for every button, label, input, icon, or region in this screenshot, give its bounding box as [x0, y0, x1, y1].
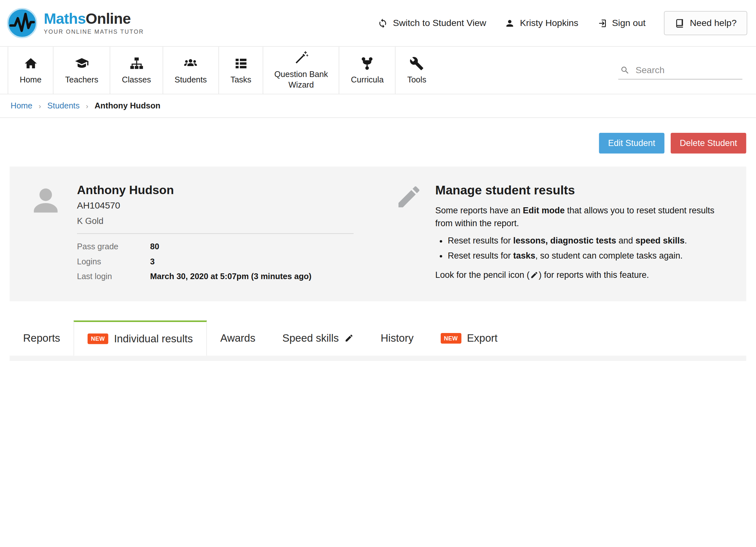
user-icon: [505, 18, 515, 28]
manage-bullets: Reset results for lessons, diagnostic te…: [448, 235, 728, 262]
magic-wand-icon: [294, 51, 308, 65]
nav-label: Curricula: [351, 75, 384, 84]
nav-label: Teachers: [65, 75, 98, 84]
nav-label: Classes: [122, 75, 151, 84]
tab-label: History: [381, 332, 414, 344]
current-user-menu[interactable]: Kristy Hopkins: [505, 18, 578, 29]
sign-out-button[interactable]: Sign out: [597, 18, 646, 29]
need-help-label: Need help?: [690, 18, 737, 29]
need-help-button[interactable]: Need help?: [664, 11, 747, 35]
text: .: [684, 236, 687, 245]
nav-item-tools[interactable]: Tools: [395, 47, 438, 94]
new-badge: NEW: [440, 333, 461, 343]
bold-text: tasks: [513, 251, 535, 261]
logo-tagline: YOUR ONLINE MATHS TUTOR: [44, 28, 144, 35]
curricula-icon: [360, 56, 375, 71]
delete-student-button[interactable]: Delete Student: [671, 133, 746, 154]
manage-footer: Look for the pencil icon () for reports …: [435, 269, 728, 282]
tasks-icon: [234, 56, 248, 71]
student-summary: Anthony Hudson AH104570 K Gold Pass grad…: [28, 183, 392, 287]
tab-history[interactable]: History: [367, 321, 427, 356]
nav-label: Tools: [407, 75, 427, 84]
tab-label: Individual results: [114, 333, 193, 345]
home-icon: [23, 56, 38, 71]
switch-student-view-button[interactable]: Switch to Student View: [378, 18, 486, 29]
mathsonline-logo[interactable]: MathsOnline YOUR ONLINE MATHS TUTOR: [7, 8, 144, 38]
bullet-item: Reset results for tasks, so student can …: [448, 249, 728, 262]
nav-item-question-bank-wizard[interactable]: Question Bank Wizard: [263, 47, 339, 94]
pencil-icon: [344, 334, 354, 343]
nav-label: Home: [20, 75, 42, 84]
manage-results-text: Manage student results Some reports have…: [435, 183, 728, 287]
bullet-item: Reset results for lessons, diagnostic te…: [448, 235, 728, 248]
book-icon: [675, 18, 685, 28]
stat-last-login: Last login March 30, 2020 at 5:07pm (3 m…: [77, 272, 354, 282]
manage-intro: Some reports have an Edit mode that allo…: [435, 204, 728, 230]
text: Reset results for: [448, 251, 513, 261]
breadcrumb-home[interactable]: Home: [11, 101, 32, 111]
new-badge: NEW: [88, 334, 108, 344]
nav-item-tasks[interactable]: Tasks: [218, 47, 263, 94]
text: Look for the pencil icon (: [435, 269, 530, 282]
text: Reset results for: [448, 236, 513, 245]
breadcrumb: Home › Students › Anthony Hudson: [0, 94, 756, 118]
graduation-cap-icon: [74, 56, 89, 71]
switch-view-label: Switch to Student View: [393, 18, 486, 29]
tab-reports[interactable]: Reports: [10, 321, 74, 356]
user-name: Kristy Hopkins: [520, 18, 578, 29]
text: , so student can complete tasks again.: [535, 251, 683, 261]
bold-text: lessons, diagnostic tests: [513, 236, 616, 245]
breadcrumb-current: Anthony Hudson: [95, 101, 160, 111]
student-info: Anthony Hudson AH104570 K Gold Pass grad…: [77, 183, 354, 287]
refresh-icon: [378, 18, 388, 28]
pencil-icon: [395, 183, 423, 287]
chevron-right-icon: ›: [86, 102, 89, 110]
top-header: MathsOnline YOUR ONLINE MATHS TUTOR Swit…: [0, 0, 756, 47]
nav-label: Question Bank Wizard: [267, 69, 335, 90]
text: Some reports have an: [435, 206, 523, 215]
logo-online: Online: [86, 10, 131, 27]
stat-value: March 30, 2020 at 5:07pm (3 minutes ago): [150, 272, 311, 282]
chevron-right-icon: ›: [39, 102, 41, 110]
tab-export[interactable]: NEW Export: [427, 321, 511, 356]
bold-text: speed skills: [635, 236, 684, 245]
tab-label: Reports: [23, 332, 60, 344]
stat-logins: Logins 3: [77, 257, 354, 267]
tab-awards[interactable]: Awards: [207, 321, 269, 356]
page: MathsOnline YOUR ONLINE MATHS TUTOR Swit…: [0, 0, 756, 361]
nav-item-home[interactable]: Home: [8, 47, 53, 94]
nav-item-teachers[interactable]: Teachers: [53, 47, 110, 94]
nav-item-classes[interactable]: Classes: [110, 47, 163, 94]
student-actions: Edit Student Delete Student: [0, 118, 756, 167]
edit-student-button[interactable]: Edit Student: [599, 133, 664, 154]
nav-item-students[interactable]: Students: [163, 47, 218, 94]
waveform-m-icon: [7, 8, 38, 38]
breadcrumb-students[interactable]: Students: [47, 101, 80, 111]
report-tabs: Reports NEW Individual results Awards Sp…: [10, 321, 746, 356]
stat-value: 3: [150, 257, 155, 267]
stat-pass-grade: Pass grade 80: [77, 242, 354, 252]
search-input[interactable]: [636, 65, 741, 75]
text: and: [616, 236, 635, 245]
text: ) for reports with this feature.: [539, 269, 649, 282]
stat-label: Last login: [77, 272, 150, 282]
student-name: Anthony Hudson: [77, 183, 354, 197]
tab-label: Export: [467, 332, 497, 344]
main-nav: Home Teachers Classes Students Tasks Que…: [0, 47, 756, 95]
nav-item-curricula[interactable]: Curricula: [339, 47, 395, 94]
manage-title: Manage student results: [435, 183, 728, 198]
tab-speed-skills[interactable]: Speed skills: [269, 321, 367, 356]
stat-label: Pass grade: [77, 242, 150, 252]
logo-maths: Maths: [44, 10, 86, 27]
individual-results-panel: Lessons Diagnostic tests Question banks …: [10, 356, 746, 361]
nav-label: Students: [174, 75, 207, 84]
logo-text: MathsOnline YOUR ONLINE MATHS TUTOR: [44, 11, 144, 35]
stat-label: Logins: [77, 257, 150, 267]
tab-individual-results[interactable]: NEW Individual results: [74, 321, 207, 356]
students-icon: [183, 56, 198, 71]
wrench-icon: [410, 56, 424, 71]
tab-label: Awards: [220, 332, 255, 344]
student-panel: Anthony Hudson AH104570 K Gold Pass grad…: [10, 167, 746, 301]
student-class: K Gold: [77, 216, 354, 234]
pencil-icon: [530, 271, 539, 279]
